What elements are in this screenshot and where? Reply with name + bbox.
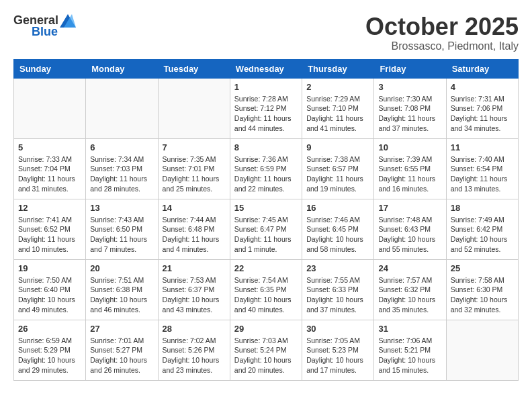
day-info: Sunrise: 7:33 AMSunset: 7:04 PMDaylight:… [18,154,81,194]
day-info: Sunrise: 7:54 AMSunset: 6:35 PMDaylight:… [234,275,298,315]
calendar-cell: 13Sunrise: 7:43 AMSunset: 6:50 PMDayligh… [86,199,158,259]
day-info: Sunrise: 7:39 AMSunset: 6:55 PMDaylight:… [378,154,441,194]
location: Brossasco, Piedmont, Italy [365,40,519,52]
weekday-header-sunday: Sunday [14,59,86,78]
day-number: 4 [451,82,514,92]
day-number: 6 [90,142,153,152]
day-number: 18 [451,203,514,213]
day-info: Sunrise: 7:01 AMSunset: 5:27 PMDaylight:… [90,336,153,375]
weekday-header-saturday: Saturday [446,59,518,78]
logo-icon [60,14,76,28]
day-number: 10 [378,142,441,152]
day-info: Sunrise: 7:43 AMSunset: 6:50 PMDaylight:… [90,215,153,255]
week-row-3: 12Sunrise: 7:41 AMSunset: 6:52 PMDayligh… [14,199,519,259]
calendar-cell: 24Sunrise: 7:57 AMSunset: 6:32 PMDayligh… [374,259,446,320]
calendar-cell: 30Sunrise: 7:05 AMSunset: 5:23 PMDayligh… [302,320,374,380]
calendar-cell: 9Sunrise: 7:38 AMSunset: 6:57 PMDaylight… [302,138,374,199]
day-info: Sunrise: 7:03 AMSunset: 5:24 PMDaylight:… [234,336,298,375]
weekday-header-thursday: Thursday [302,59,374,78]
day-number: 12 [18,203,81,213]
day-info: Sunrise: 7:31 AMSunset: 7:06 PMDaylight:… [451,94,514,134]
day-number: 19 [18,263,81,273]
calendar-cell: 27Sunrise: 7:01 AMSunset: 5:27 PMDayligh… [86,320,158,380]
day-number: 28 [163,324,226,334]
day-number: 15 [234,203,298,213]
day-number: 1 [234,82,298,92]
month-title: October 2025 [365,13,519,40]
week-row-1: 1Sunrise: 7:28 AMSunset: 7:12 PMDaylight… [14,78,519,138]
day-number: 16 [306,203,369,213]
day-info: Sunrise: 7:30 AMSunset: 7:08 PMDaylight:… [378,94,441,134]
calendar-cell: 18Sunrise: 7:49 AMSunset: 6:42 PMDayligh… [446,199,518,259]
day-number: 26 [18,324,81,334]
calendar-cell: 8Sunrise: 7:36 AMSunset: 6:59 PMDaylight… [230,138,302,199]
calendar-table: SundayMondayTuesdayWednesdayThursdayFrid… [13,59,519,381]
calendar-cell: 11Sunrise: 7:40 AMSunset: 6:54 PMDayligh… [446,138,518,199]
day-number: 7 [163,142,226,152]
calendar-cell [158,78,230,138]
calendar-cell: 19Sunrise: 7:50 AMSunset: 6:40 PMDayligh… [14,259,86,320]
weekday-header-friday: Friday [374,59,446,78]
day-info: Sunrise: 7:57 AMSunset: 6:32 PMDaylight:… [378,275,441,315]
day-info: Sunrise: 7:45 AMSunset: 6:47 PMDaylight:… [234,215,298,255]
calendar-cell: 23Sunrise: 7:55 AMSunset: 6:33 PMDayligh… [302,259,374,320]
day-info: Sunrise: 7:34 AMSunset: 7:03 PMDaylight:… [90,154,153,194]
calendar-cell: 12Sunrise: 7:41 AMSunset: 6:52 PMDayligh… [14,199,86,259]
calendar-cell: 3Sunrise: 7:30 AMSunset: 7:08 PMDaylight… [374,78,446,138]
weekday-header-tuesday: Tuesday [158,59,230,78]
day-number: 5 [18,142,81,152]
day-info: Sunrise: 7:41 AMSunset: 6:52 PMDaylight:… [18,215,81,255]
day-info: Sunrise: 7:49 AMSunset: 6:42 PMDaylight:… [451,215,514,255]
day-info: Sunrise: 7:29 AMSunset: 7:10 PMDaylight:… [306,94,369,134]
weekday-header-row: SundayMondayTuesdayWednesdayThursdayFrid… [14,59,519,78]
weekday-header-monday: Monday [86,59,158,78]
weekday-header-wednesday: Wednesday [230,59,302,78]
title-block: October 2025 Brossasco, Piedmont, Italy [365,13,519,52]
day-info: Sunrise: 7:40 AMSunset: 6:54 PMDaylight:… [451,154,514,194]
day-info: Sunrise: 7:38 AMSunset: 6:57 PMDaylight:… [306,154,369,194]
day-info: Sunrise: 7:50 AMSunset: 6:40 PMDaylight:… [18,275,81,315]
day-number: 8 [234,142,298,152]
day-info: Sunrise: 7:28 AMSunset: 7:12 PMDaylight:… [234,94,298,134]
calendar-cell: 17Sunrise: 7:48 AMSunset: 6:43 PMDayligh… [374,199,446,259]
day-info: Sunrise: 7:46 AMSunset: 6:45 PMDaylight:… [306,215,369,255]
logo-blue: Blue [32,25,58,39]
day-number: 24 [378,263,441,273]
day-number: 3 [378,82,441,92]
calendar-cell: 10Sunrise: 7:39 AMSunset: 6:55 PMDayligh… [374,138,446,199]
day-info: Sunrise: 7:05 AMSunset: 5:23 PMDaylight:… [306,336,369,375]
calendar-cell [446,320,518,380]
day-number: 17 [378,203,441,213]
day-info: Sunrise: 7:48 AMSunset: 6:43 PMDaylight:… [378,215,441,255]
day-info: Sunrise: 7:58 AMSunset: 6:30 PMDaylight:… [451,275,514,315]
day-number: 30 [306,324,369,334]
day-info: Sunrise: 7:02 AMSunset: 5:26 PMDaylight:… [163,336,226,375]
day-number: 27 [90,324,153,334]
week-row-5: 26Sunrise: 6:59 AMSunset: 5:29 PMDayligh… [14,320,519,380]
logo: General Blue [13,13,76,39]
day-info: Sunrise: 6:59 AMSunset: 5:29 PMDaylight:… [18,336,81,375]
day-number: 29 [234,324,298,334]
day-number: 2 [306,82,369,92]
day-info: Sunrise: 7:35 AMSunset: 7:01 PMDaylight:… [163,154,226,194]
calendar-cell: 2Sunrise: 7:29 AMSunset: 7:10 PMDaylight… [302,78,374,138]
day-info: Sunrise: 7:55 AMSunset: 6:33 PMDaylight:… [306,275,369,315]
day-number: 20 [90,263,153,273]
calendar-cell: 4Sunrise: 7:31 AMSunset: 7:06 PMDaylight… [446,78,518,138]
calendar-cell: 25Sunrise: 7:58 AMSunset: 6:30 PMDayligh… [446,259,518,320]
calendar-cell: 14Sunrise: 7:44 AMSunset: 6:48 PMDayligh… [158,199,230,259]
day-number: 22 [234,263,298,273]
calendar-cell: 6Sunrise: 7:34 AMSunset: 7:03 PMDaylight… [86,138,158,199]
calendar-cell [86,78,158,138]
calendar-cell: 20Sunrise: 7:51 AMSunset: 6:38 PMDayligh… [86,259,158,320]
day-number: 9 [306,142,369,152]
day-number: 25 [451,263,514,273]
week-row-4: 19Sunrise: 7:50 AMSunset: 6:40 PMDayligh… [14,259,519,320]
calendar-cell: 7Sunrise: 7:35 AMSunset: 7:01 PMDaylight… [158,138,230,199]
day-info: Sunrise: 7:44 AMSunset: 6:48 PMDaylight:… [163,215,226,255]
day-info: Sunrise: 7:53 AMSunset: 6:37 PMDaylight:… [163,275,226,315]
calendar-cell [14,78,86,138]
day-number: 21 [163,263,226,273]
day-number: 23 [306,263,369,273]
calendar-cell: 1Sunrise: 7:28 AMSunset: 7:12 PMDaylight… [230,78,302,138]
